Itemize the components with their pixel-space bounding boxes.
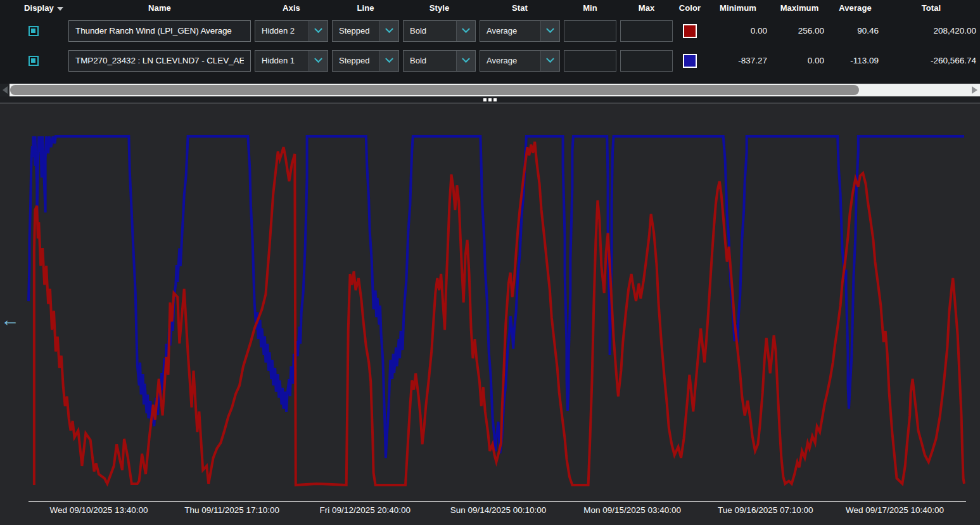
- stat-minimum-value: -837.27: [705, 46, 771, 75]
- trend-chart-panel: ← Wed 09/10/2025 13:40:00Thu 09/11/2025 …: [0, 103, 980, 525]
- chevron-down-icon[interactable]: [309, 21, 328, 41]
- chevron-glyph-icon: [385, 55, 393, 63]
- style-select[interactable]: Bold: [403, 20, 476, 42]
- stat-total-value: -260,566.74: [882, 46, 980, 75]
- stat-total-value: 208,420.00: [882, 16, 980, 46]
- header-min: Min: [562, 3, 618, 13]
- display-checkbox[interactable]: [29, 56, 39, 66]
- line-select[interactable]: Stepped: [332, 50, 399, 72]
- chevron-down-icon[interactable]: [309, 51, 328, 71]
- line-select[interactable]: Stepped: [332, 20, 399, 42]
- stat-minimum-value: 0.00: [705, 16, 771, 46]
- series-name-input[interactable]: [68, 20, 251, 42]
- chevron-glyph-icon: [314, 55, 322, 63]
- header-minimum: Minimum: [705, 3, 771, 13]
- splitter-grip-icon: [488, 98, 492, 101]
- series-config-panel: Display Name Axis Line Style Stat Min Ma…: [0, 0, 980, 83]
- header-name: Name: [67, 3, 253, 13]
- x-axis-tick-label: Wed 09/17/2025 10:40:00: [846, 505, 944, 515]
- axis-select-value: Hidden 2: [255, 21, 309, 41]
- x-axis-tick-label: Mon 09/15/2025 03:40:00: [583, 505, 681, 515]
- header-line: Line: [330, 3, 401, 13]
- x-axis-tick-label: Fri 09/12/2025 20:40:00: [320, 505, 410, 515]
- chevron-glyph-icon: [546, 25, 554, 33]
- chevron-glyph-icon: [462, 55, 470, 63]
- x-axis-tick-label: Thu 09/11/2025 17:10:00: [184, 505, 279, 515]
- header-display-label: Display: [24, 3, 54, 13]
- max-input[interactable]: [620, 20, 673, 42]
- stat-select-value: Average: [480, 51, 540, 71]
- chevron-down-icon[interactable]: [456, 21, 475, 41]
- trend-chart[interactable]: Wed 09/10/2025 13:40:00Thu 09/11/2025 17…: [0, 103, 980, 525]
- chevron-down-icon[interactable]: [540, 51, 559, 71]
- scrollbar-thumb[interactable]: [10, 85, 859, 95]
- splitter-grip-icon: [493, 98, 497, 101]
- x-axis-tick-label: Wed 09/10/2025 13:40:00: [49, 505, 148, 515]
- header-style: Style: [401, 3, 478, 13]
- stat-select-value: Average: [480, 21, 540, 41]
- line-select-value: Stepped: [333, 51, 379, 71]
- display-dropdown-caret-icon: [57, 7, 63, 11]
- header-stat: Stat: [478, 3, 562, 13]
- series-color-swatch[interactable]: [683, 24, 697, 38]
- header-total: Total: [882, 3, 980, 13]
- header-maximum: Maximum: [771, 3, 828, 13]
- stat-select[interactable]: Average: [480, 50, 560, 72]
- chevron-down-icon[interactable]: [540, 21, 559, 41]
- series-name-input[interactable]: [68, 50, 251, 72]
- header-display[interactable]: Display: [0, 3, 67, 13]
- splitter-grip-icon: [483, 98, 487, 101]
- style-select[interactable]: Bold: [403, 50, 476, 72]
- display-checkbox[interactable]: [29, 26, 39, 36]
- series-row-clevlnd7: Hidden 1 Stepped Bold Average -837.27 0.…: [0, 46, 980, 75]
- stat-select[interactable]: Average: [480, 20, 560, 42]
- stat-maximum-value: 0.00: [771, 46, 828, 75]
- scroll-left-button[interactable]: [0, 84, 10, 96]
- header-max: Max: [618, 3, 675, 13]
- scroll-right-arrow-icon: [972, 86, 977, 94]
- scroll-left-arrow-icon: [3, 86, 8, 94]
- chevron-down-icon[interactable]: [379, 21, 398, 41]
- header-average: Average: [828, 3, 882, 13]
- horizontal-scrollbar[interactable]: [0, 84, 980, 96]
- max-input[interactable]: [620, 50, 673, 72]
- series-color-swatch[interactable]: [683, 54, 697, 68]
- scroll-right-button[interactable]: [970, 84, 979, 96]
- min-input[interactable]: [564, 50, 616, 72]
- min-input[interactable]: [564, 20, 616, 42]
- chevron-down-icon[interactable]: [456, 51, 475, 71]
- chevron-glyph-icon: [462, 25, 470, 33]
- chevron-glyph-icon: [546, 55, 554, 63]
- table-header-row: Display Name Axis Line Style Stat Min Ma…: [0, 0, 980, 16]
- series-row-thunder-ranch: Hidden 2 Stepped Bold Average 0.00 256.0…: [0, 16, 980, 46]
- chevron-down-icon[interactable]: [379, 51, 398, 71]
- x-axis-tick-label: Sun 09/14/2025 00:10:00: [450, 505, 547, 515]
- style-select-value: Bold: [404, 51, 456, 71]
- collapse-left-arrow-button[interactable]: ←: [1, 310, 20, 329]
- header-color: Color: [675, 3, 705, 13]
- stat-average-value: -113.09: [828, 46, 882, 75]
- line-select-value: Stepped: [333, 21, 379, 41]
- stat-average-value: 90.46: [828, 16, 882, 46]
- axis-select-value: Hidden 1: [255, 51, 309, 71]
- axis-select[interactable]: Hidden 2: [255, 20, 328, 42]
- stat-maximum-value: 256.00: [771, 16, 828, 46]
- header-axis: Axis: [253, 3, 330, 13]
- x-axis-tick-label: Tue 09/16/2025 07:10:00: [718, 505, 813, 515]
- style-select-value: Bold: [404, 21, 456, 41]
- trend-viewer-window: Display Name Axis Line Style Stat Min Ma…: [0, 0, 980, 525]
- panel-splitter-handle[interactable]: [0, 96, 980, 103]
- chevron-glyph-icon: [314, 25, 322, 33]
- chevron-glyph-icon: [385, 25, 393, 33]
- axis-select[interactable]: Hidden 1: [255, 50, 328, 72]
